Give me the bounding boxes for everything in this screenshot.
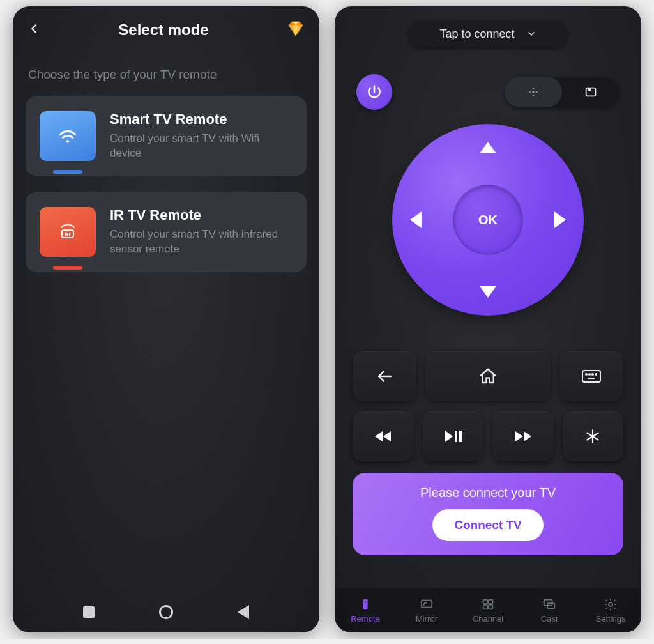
- option-text: Smart TV Remote Control your smart TV wi…: [110, 111, 293, 161]
- play-pause-button[interactable]: [423, 411, 484, 461]
- svg-text:IR: IR: [65, 231, 72, 238]
- option-title: IR TV Remote: [110, 207, 293, 224]
- play-pause-icon: [444, 429, 462, 444]
- nav-remote[interactable]: Remote: [335, 588, 396, 632]
- svg-marker-13: [536, 91, 538, 93]
- remote-icon: [358, 597, 372, 611]
- android-home-button[interactable]: [159, 605, 173, 619]
- subtitle: Choose the type of your TV remote: [13, 54, 319, 91]
- svg-rect-35: [422, 601, 432, 608]
- home-nav-button[interactable]: [425, 351, 551, 401]
- nav-settings[interactable]: Settings: [580, 588, 641, 632]
- svg-marker-28: [515, 431, 523, 441]
- remote-screen: Tap to connect: [335, 6, 641, 632]
- power-button[interactable]: [356, 74, 392, 110]
- banner-message: Please connect your TV: [353, 486, 623, 500]
- dpad-down[interactable]: [480, 286, 496, 298]
- connect-banner: Please connect your TV Connect TV: [353, 473, 623, 555]
- top-controls: [335, 74, 641, 110]
- wifi-icon: [57, 128, 79, 144]
- option-smart-tv[interactable]: Smart TV Remote Control your smart TV wi…: [26, 96, 307, 176]
- ir-tv-icon: IR: [40, 207, 96, 257]
- forward-icon: [513, 429, 533, 444]
- android-back-button[interactable]: [238, 605, 249, 619]
- connect-label: Tap to connect: [439, 27, 514, 41]
- svg-point-18: [586, 374, 587, 375]
- bottom-nav: Remote Mirror Channel Cast Settings: [335, 588, 641, 632]
- svg-point-42: [609, 602, 612, 606]
- star-button[interactable]: [563, 411, 624, 461]
- nav-cast[interactable]: Cast: [519, 588, 580, 632]
- svg-marker-29: [524, 431, 531, 441]
- svg-rect-39: [489, 605, 492, 609]
- svg-marker-24: [383, 431, 391, 441]
- svg-marker-23: [375, 431, 383, 441]
- rewind-button[interactable]: [353, 411, 414, 461]
- svg-rect-27: [459, 431, 462, 442]
- mode-toggle: [505, 77, 620, 107]
- svg-point-19: [589, 374, 590, 375]
- nav-channel[interactable]: Channel: [457, 588, 519, 632]
- power-icon: [366, 84, 383, 100]
- svg-marker-25: [445, 431, 453, 442]
- home-icon: [478, 367, 498, 386]
- svg-rect-15: [588, 88, 591, 91]
- gear-icon: [604, 597, 618, 611]
- dpad-mode-icon: [526, 85, 540, 99]
- svg-rect-38: [483, 605, 487, 609]
- nav-label: Mirror: [416, 614, 437, 624]
- svg-point-9: [532, 91, 535, 93]
- svg-point-34: [365, 601, 366, 602]
- page-title: Select mode: [118, 21, 208, 39]
- nav-label: Settings: [596, 614, 626, 624]
- ir-icon: IR: [55, 222, 80, 241]
- dpad-left[interactable]: [410, 211, 422, 228]
- option-desc: Control your smart TV with Wifi device: [110, 132, 293, 161]
- button-grid: [335, 351, 641, 461]
- svg-rect-37: [489, 600, 492, 604]
- svg-marker-12: [529, 91, 531, 93]
- chevron-left-icon: [27, 22, 41, 36]
- nav-label: Cast: [541, 614, 558, 624]
- connect-dropdown[interactable]: Tap to connect: [408, 20, 568, 47]
- option-ir-tv[interactable]: IR IR TV Remote Control your smart TV wi…: [26, 192, 307, 272]
- channel-icon: [481, 597, 495, 611]
- dpad-area: OK: [335, 124, 641, 316]
- keyboard-button[interactable]: [559, 351, 623, 401]
- svg-marker-10: [532, 88, 535, 89]
- option-text: IR TV Remote Control your smart TV with …: [110, 207, 293, 257]
- back-nav-button[interactable]: [353, 351, 416, 401]
- asterisk-icon: [584, 428, 601, 445]
- android-nav-bar: [13, 592, 319, 632]
- keyboard-icon: [581, 368, 602, 385]
- svg-rect-26: [455, 431, 457, 442]
- touchpad-mode-icon: [584, 85, 598, 99]
- select-mode-screen: Select mode Choose the type of your TV r…: [13, 6, 319, 632]
- smart-tv-icon: [40, 111, 96, 161]
- svg-point-20: [592, 374, 593, 375]
- svg-point-6: [66, 140, 69, 142]
- connect-tv-button[interactable]: Connect TV: [432, 509, 544, 541]
- diamond-icon: [286, 19, 305, 38]
- option-desc: Control your smart TV with infrared sens…: [110, 227, 293, 257]
- mode-touchpad[interactable]: [562, 77, 620, 107]
- svg-marker-11: [532, 95, 535, 97]
- svg-rect-17: [582, 371, 600, 382]
- mode-dpad[interactable]: [505, 77, 562, 107]
- arrow-left-icon: [375, 367, 394, 386]
- rewind-icon: [374, 429, 393, 444]
- dpad-right[interactable]: [554, 211, 566, 228]
- mirror-icon: [420, 597, 434, 611]
- svg-point-21: [595, 374, 597, 375]
- dpad-up[interactable]: [480, 142, 496, 153]
- premium-button[interactable]: [286, 19, 305, 41]
- forward-button[interactable]: [492, 411, 554, 461]
- nav-label: Channel: [473, 614, 503, 624]
- nav-mirror[interactable]: Mirror: [396, 588, 457, 632]
- android-recent-button[interactable]: [83, 606, 95, 618]
- dpad: OK: [392, 124, 584, 316]
- back-button[interactable]: [27, 22, 41, 38]
- cast-icon: [542, 597, 556, 611]
- dpad-ok[interactable]: OK: [453, 185, 523, 255]
- top-bar: Select mode: [13, 6, 319, 54]
